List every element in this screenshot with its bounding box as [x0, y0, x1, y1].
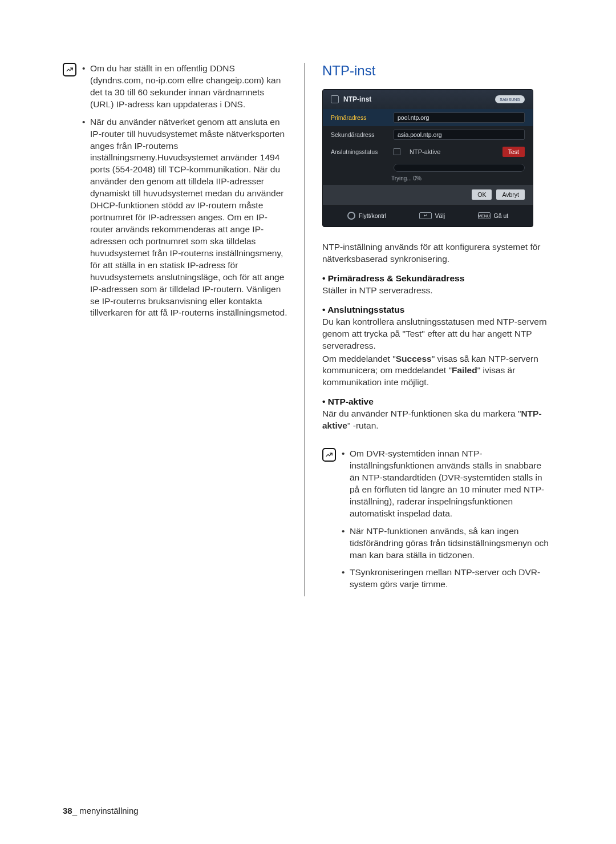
samsung-logo: SAMSUNG	[495, 95, 525, 103]
section-heading-ntp: NTP-inst	[322, 63, 553, 79]
osd-label-primary: Primäradress	[331, 114, 388, 121]
right-note-2: När NTP-funktionen används, så kan ingen…	[342, 526, 553, 562]
left-note-1: Om du har ställt in en offentlig DDNS (d…	[82, 63, 287, 111]
osd-test-button[interactable]: Test	[502, 147, 525, 157]
enter-key-icon: ↵	[419, 212, 432, 219]
osd-title-icon	[331, 95, 339, 103]
right-note-3: TSynkroniseringen mellan NTP-server och …	[342, 567, 553, 591]
left-column: Om du har ställt in en offentlig DDNS (d…	[63, 63, 305, 596]
right-note-1: Om DVR-systemtiden innan NTP-inställning…	[342, 448, 553, 520]
dpad-icon	[347, 212, 355, 220]
subbody-primary-secondary: Ställer in NTP serveradress.	[322, 285, 553, 297]
right-column: NTP-inst NTP-inst SAMSUNG Primäradress p…	[305, 63, 553, 596]
note-icon	[63, 63, 76, 76]
osd-cancel-button[interactable]: Avbryt	[496, 189, 525, 200]
osd-footer-move: Flytt/kontrl	[359, 212, 386, 219]
ntp-intro: NTP-inställning används för att konfigur…	[322, 241, 553, 265]
subbody-connection-status-a: Du kan kontrollera anslutningsstatusen m…	[322, 316, 553, 352]
osd-ok-button[interactable]: OK	[472, 189, 492, 200]
osd-progress-bar	[394, 164, 525, 172]
subhead-primary-secondary: Primäradress & Sekundäradress	[322, 273, 553, 284]
page-footer: 38_ menyinställning	[63, 806, 139, 815]
subhead-connection-status: Anslutningsstatus	[322, 305, 553, 315]
subbody-ntp-active: När du använder NTP-funktionen ska du ma…	[322, 408, 553, 432]
osd-footer-exit: Gå ut	[494, 212, 509, 219]
osd-panel: NTP-inst SAMSUNG Primäradress pool.ntp.o…	[322, 89, 533, 227]
note-icon	[322, 448, 336, 462]
osd-input-secondary[interactable]: asia.pool.ntp.org	[394, 130, 525, 140]
osd-ntp-active-checkbox[interactable]	[394, 148, 400, 155]
osd-title-text: NTP-inst	[343, 95, 371, 103]
menu-key-icon: MENU	[478, 212, 491, 219]
osd-footer-select: Välj	[435, 212, 445, 219]
subbody-connection-status-b: Om meddelandet "Success" visas så kan NT…	[322, 353, 553, 389]
osd-label-secondary: Sekundäradress	[331, 131, 388, 138]
osd-label-status: Anslutningsstatus	[331, 148, 388, 155]
subhead-ntp-active: NTP-aktive	[322, 397, 553, 407]
osd-ntp-active-label: NTP-aktive	[410, 148, 440, 155]
osd-status-text: Trying... 0%	[323, 175, 533, 181]
osd-input-primary[interactable]: pool.ntp.org	[394, 112, 525, 123]
left-note-2: När du använder nätverket genom att ansl…	[82, 116, 287, 320]
